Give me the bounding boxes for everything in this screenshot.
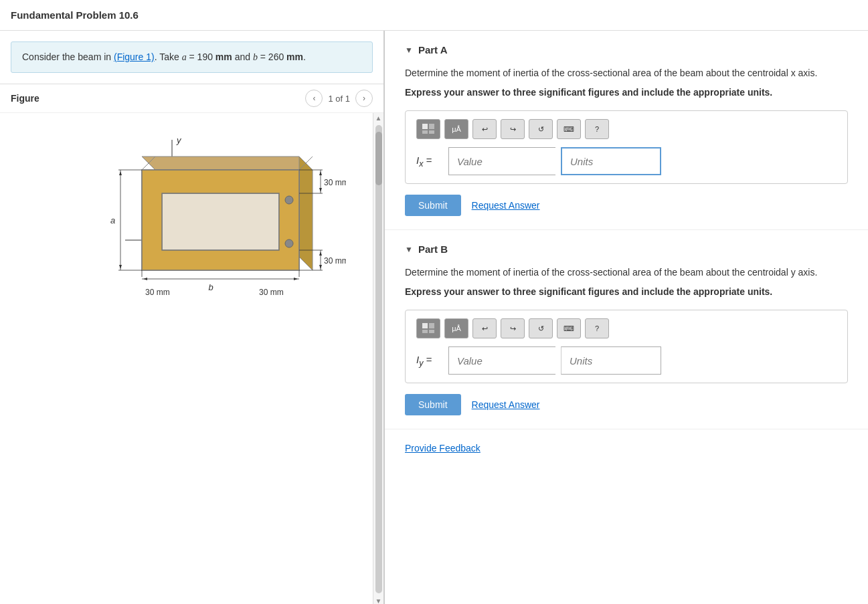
problem-text-suffix: . Take a = 190 mm and b = 260 mm. — [155, 52, 306, 62]
svg-point-19 — [285, 196, 293, 204]
svg-rect-17 — [142, 170, 299, 193]
figure-link[interactable]: (Figure 1) — [114, 52, 155, 62]
svg-marker-47 — [294, 278, 298, 280]
svg-marker-34 — [319, 251, 322, 256]
part-a-request-answer-button[interactable]: Request Answer — [472, 200, 540, 211]
figure-counter: 1 of 1 — [328, 94, 350, 104]
svg-text:30 mm: 30 mm — [145, 288, 170, 297]
svg-rect-54 — [429, 130, 434, 134]
part-a-redo-button[interactable]: ↪ — [501, 119, 525, 139]
svg-rect-51 — [422, 124, 428, 129]
svg-rect-52 — [429, 124, 434, 129]
part-b-arrow: ▼ — [405, 245, 413, 254]
part-b-title: Part B — [418, 243, 448, 255]
svg-marker-46 — [143, 278, 147, 280]
part-a-submit-button[interactable]: Submit — [405, 195, 461, 216]
svg-marker-41 — [119, 265, 122, 269]
part-b-mu-button[interactable]: μÅ — [444, 318, 468, 338]
svg-text:30 mm: 30 mm — [324, 178, 346, 187]
part-a-title: Part A — [418, 44, 448, 56]
figure-content: ▲ ▼ y — [0, 112, 383, 604]
svg-marker-35 — [319, 265, 322, 269]
part-a-description: Determine the moment of inertia of the c… — [405, 66, 848, 80]
scroll-up-arrow[interactable]: ▲ — [374, 113, 383, 122]
svg-rect-58 — [429, 330, 434, 333]
beam-diagram: y x — [38, 126, 346, 300]
part-a-input-row: Ix = — [416, 147, 837, 175]
svg-text:30 mm: 30 mm — [324, 256, 346, 266]
scroll-down-arrow[interactable]: ▼ — [374, 596, 383, 604]
part-b-input-row: Iy = — [416, 346, 837, 375]
svg-point-20 — [285, 239, 293, 247]
part-b-description: Determine the moment of inertia of the c… — [405, 266, 848, 280]
part-a-help-button[interactable]: ? — [585, 119, 609, 139]
provide-feedback-link[interactable]: Provide Feedback — [405, 443, 481, 454]
part-b-submit-button[interactable]: Submit — [405, 394, 461, 415]
feedback-section: Provide Feedback — [385, 429, 868, 467]
left-panel: Consider the beam in (Figure 1). Take a … — [0, 31, 385, 604]
svg-rect-57 — [422, 330, 428, 333]
right-panel: ▼ Part A Determine the moment of inertia… — [385, 31, 868, 604]
svg-text:b: b — [208, 282, 213, 292]
part-a-toolbar: μÅ ↩ ↪ ↺ ⌨ ? — [416, 119, 837, 139]
beam-figure: y x — [0, 113, 383, 314]
part-a-undo-button[interactable]: ↩ — [472, 119, 497, 139]
part-b-redo-button[interactable]: ↪ — [501, 318, 525, 338]
svg-marker-28 — [319, 171, 322, 175]
matrix-icon — [422, 123, 435, 135]
scroll-thumb[interactable] — [375, 132, 382, 185]
svg-rect-55 — [422, 323, 428, 328]
figure-area: Figure ‹ 1 of 1 › ▲ ▼ — [0, 84, 383, 604]
part-b-undo-button[interactable]: ↩ — [472, 318, 497, 338]
part-b-matrix-button[interactable] — [416, 318, 440, 338]
svg-text:30 mm: 30 mm — [259, 288, 284, 297]
svg-rect-53 — [422, 130, 428, 134]
part-b-request-answer-button[interactable]: Request Answer — [472, 399, 540, 410]
part-a-instruction: Express your answer to three significant… — [405, 86, 848, 100]
part-a-value-input[interactable] — [448, 147, 555, 175]
part-a-matrix-button[interactable] — [416, 119, 440, 139]
svg-marker-40 — [119, 171, 122, 175]
figure-header: Figure ‹ 1 of 1 › — [0, 84, 383, 112]
part-b-help-button[interactable]: ? — [585, 318, 609, 338]
part-a-refresh-button[interactable]: ↺ — [529, 119, 553, 139]
part-b-matrix-icon — [422, 322, 435, 334]
part-b-answer-box: μÅ ↩ ↪ ↺ ⌨ ? Iy = — [405, 310, 848, 383]
part-a-section: ▼ Part A Determine the moment of inertia… — [385, 31, 868, 230]
part-b-section: ▼ Part B Determine the moment of inertia… — [385, 230, 868, 429]
svg-marker-4 — [142, 157, 313, 170]
svg-rect-56 — [429, 323, 434, 328]
part-b-label: Iy = — [416, 354, 443, 368]
figure-prev-button[interactable]: ‹ — [305, 90, 323, 107]
part-b-value-input[interactable] — [448, 346, 555, 375]
figure-nav: ‹ 1 of 1 › — [305, 90, 373, 107]
part-b-keyboard-button[interactable]: ⌨ — [557, 318, 581, 338]
svg-text:y: y — [176, 135, 182, 145]
part-a-action-row: Submit Request Answer — [405, 195, 848, 216]
problem-text-prefix: Consider the beam in — [22, 52, 114, 62]
svg-marker-5 — [299, 157, 313, 270]
part-b-header[interactable]: ▼ Part B — [405, 243, 848, 255]
figure-next-button[interactable]: › — [355, 90, 373, 107]
part-a-answer-box: μÅ ↩ ↪ ↺ ⌨ ? Ix = — [405, 110, 848, 184]
figure-scrollbar[interactable]: ▲ ▼ — [373, 113, 383, 604]
part-b-action-row: Submit Request Answer — [405, 394, 848, 415]
part-b-refresh-button[interactable]: ↺ — [529, 318, 553, 338]
figure-title: Figure — [11, 93, 39, 104]
svg-text:a: a — [110, 215, 115, 225]
svg-rect-14 — [162, 193, 279, 250]
part-b-units-input[interactable] — [561, 346, 661, 375]
part-a-label: Ix = — [416, 155, 443, 169]
problem-statement: Consider the beam in (Figure 1). Take a … — [11, 41, 373, 73]
part-b-toolbar: μÅ ↩ ↪ ↺ ⌨ ? — [416, 318, 837, 338]
part-b-instruction: Express your answer to three significant… — [405, 285, 848, 299]
part-a-header[interactable]: ▼ Part A — [405, 44, 848, 56]
svg-marker-29 — [319, 188, 322, 192]
scroll-track[interactable] — [375, 125, 382, 593]
part-a-mu-button[interactable]: μÅ — [444, 119, 468, 139]
svg-rect-18 — [142, 250, 299, 270]
page-title: Fundamental Problem 10.6 — [0, 0, 868, 31]
part-a-arrow: ▼ — [405, 45, 413, 55]
part-a-units-input[interactable] — [561, 147, 661, 175]
part-a-keyboard-button[interactable]: ⌨ — [557, 119, 581, 139]
